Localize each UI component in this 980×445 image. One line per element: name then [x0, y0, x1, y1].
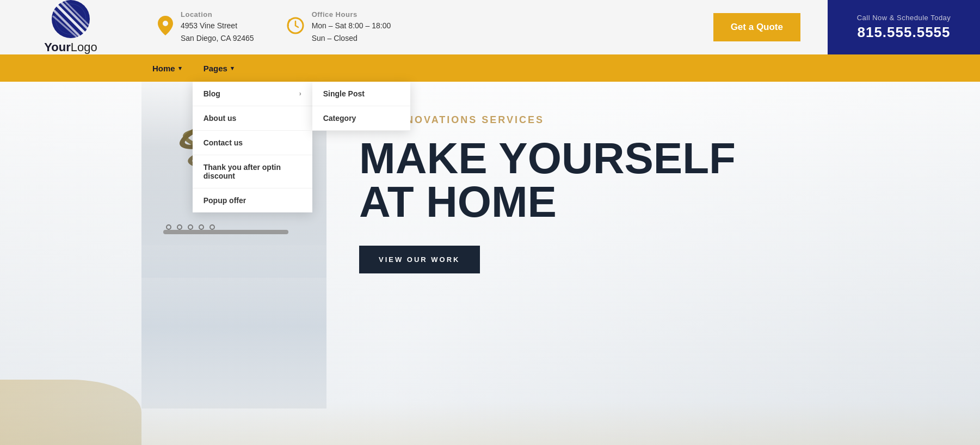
- logo-area: YourLogo: [0, 0, 141, 60]
- blog-submenu: Single Post Category: [312, 82, 410, 131]
- dropdown-popup-label: Popup offer: [204, 196, 246, 205]
- call-label: Call Now & Schedule Today: [857, 14, 951, 22]
- location-value: 4953 Vine Street San Diego, CA 92465: [181, 20, 254, 44]
- top-bar-info: Location 4953 Vine Street San Diego, CA …: [141, 10, 828, 44]
- location-icon: [158, 16, 173, 39]
- dropdown-contact-label: Contact us: [204, 138, 243, 147]
- office-hours-details: Office Hours Mon – Sat 8:00 – 18:00 Sun …: [312, 10, 391, 44]
- dropdown-thankyou-label: Thank you after optin discount: [204, 163, 301, 180]
- location-label: Location: [181, 10, 254, 19]
- dropdown-about-label: About us: [204, 114, 237, 123]
- dropdown-item-thank-you[interactable]: Thank you after optin discount: [193, 155, 312, 188]
- office-hours-label: Office Hours: [312, 10, 391, 19]
- get-quote-button[interactable]: Get a Quote: [713, 13, 800, 41]
- logo-icon: [52, 0, 90, 38]
- call-area: Call Now & Schedule Today 815.555.5555: [828, 0, 980, 54]
- dropdown-item-blog[interactable]: Blog › Single Post Category: [193, 82, 312, 106]
- chevron-right-icon: ›: [299, 90, 301, 97]
- nav-item-home[interactable]: Home ▾: [141, 54, 193, 82]
- dropdown-blog-label: Blog: [204, 89, 220, 98]
- office-hours-value: Mon – Sat 8:00 – 18:00 Sun – Closed: [312, 20, 391, 44]
- view-work-button[interactable]: View Our Work: [359, 246, 480, 273]
- logo-text: YourLogo: [44, 40, 97, 54]
- nav-item-pages[interactable]: Pages ▾ Blog › Single Post Category Abou…: [193, 54, 245, 82]
- nav-bar: Home ▾ Pages ▾ Blog › Single Post Catego…: [0, 54, 980, 82]
- dropdown-item-about[interactable]: About us: [193, 106, 312, 131]
- submenu-item-category[interactable]: Category: [312, 106, 410, 131]
- nav-pages-label: Pages: [204, 64, 227, 73]
- chevron-down-icon: ▾: [178, 65, 182, 72]
- hero-section: Divi Renovations Services Make Yourself …: [0, 82, 980, 445]
- hero-bottom-decoration: [0, 401, 980, 445]
- office-hours-info: Office Hours Mon – Sat 8:00 – 18:00 Sun …: [287, 10, 391, 44]
- hero-title: Make Yourself At Home: [359, 137, 736, 224]
- dropdown-item-popup[interactable]: Popup offer: [193, 188, 312, 212]
- pages-dropdown: Blog › Single Post Category About us Con…: [193, 82, 312, 212]
- location-details: Location 4953 Vine Street San Diego, CA …: [181, 10, 254, 44]
- location-info: Location 4953 Vine Street San Diego, CA …: [158, 10, 254, 44]
- submenu-item-single-post[interactable]: Single Post: [312, 82, 410, 106]
- call-number: 815.555.5555: [857, 24, 950, 41]
- dropdown-item-contact[interactable]: Contact us: [193, 131, 312, 155]
- hero-flower-decoration: [0, 380, 141, 445]
- nav-home-label: Home: [152, 64, 175, 73]
- hero-content: Divi Renovations Services Make Yourself …: [359, 114, 736, 273]
- hero-subtitle: Divi Renovations Services: [359, 114, 736, 126]
- top-bar: YourLogo Location 4953 Vine Street San D…: [0, 0, 980, 54]
- clock-icon: [287, 17, 304, 38]
- chevron-down-icon: ▾: [231, 65, 234, 72]
